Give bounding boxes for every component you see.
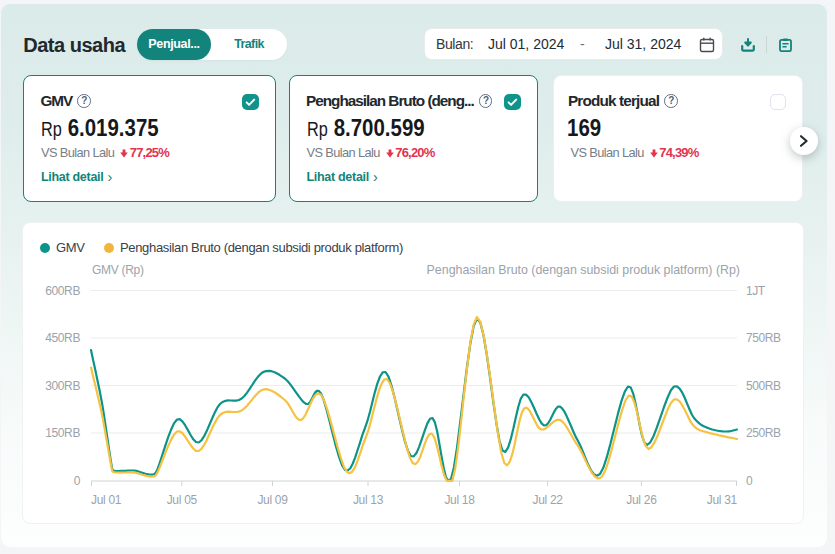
svg-text:Jul 31: Jul 31 — [707, 493, 738, 507]
svg-text:600RB: 600RB — [45, 284, 80, 298]
svg-text:Jul 26: Jul 26 — [626, 493, 657, 507]
svg-text:0: 0 — [74, 474, 81, 488]
svg-text:1JT: 1JT — [746, 284, 766, 298]
svg-text:Jul 01: Jul 01 — [91, 493, 122, 507]
svg-text:300RB: 300RB — [45, 379, 80, 393]
svg-text:Jul 22: Jul 22 — [532, 493, 563, 507]
svg-text:Jul 05: Jul 05 — [167, 493, 198, 507]
svg-text:Jul 18: Jul 18 — [444, 493, 475, 507]
svg-text:750RB: 750RB — [746, 331, 781, 345]
svg-text:250RB: 250RB — [746, 426, 781, 440]
svg-text:150RB: 150RB — [45, 426, 80, 440]
svg-text:Jul 13: Jul 13 — [353, 493, 384, 507]
svg-text:450RB: 450RB — [45, 331, 80, 345]
svg-text:500RB: 500RB — [746, 379, 781, 393]
svg-text:Jul 09: Jul 09 — [257, 493, 288, 507]
svg-text:0: 0 — [746, 474, 753, 488]
